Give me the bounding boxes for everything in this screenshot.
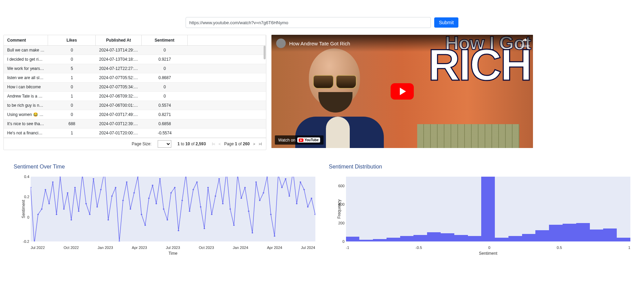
svg-point-75	[307, 206, 309, 208]
svg-point-59	[248, 211, 249, 212]
svg-point-8	[60, 177, 61, 177]
play-button[interactable]	[391, 83, 414, 100]
histogram-bar	[359, 240, 373, 241]
cell-published: 2024-07-07T05:34:03Z	[96, 83, 142, 91]
cell-likes: 0	[48, 83, 96, 91]
cell-published: 2024-07-03T17:49:40Z	[96, 110, 142, 119]
svg-point-26	[126, 181, 127, 183]
svg-point-3	[41, 208, 42, 210]
histogram-bar	[495, 238, 508, 241]
histogram-bar	[508, 236, 522, 241]
cell-likes: 688	[48, 119, 96, 128]
svg-point-64	[266, 177, 268, 177]
video-player[interactable]: How I Got RICH How Andrew Tate Got Rich	[271, 35, 533, 148]
cell-published: 2024-07-13T04:18:31Z	[96, 55, 142, 64]
chart-title: Sentiment Over Time	[14, 164, 315, 170]
cell-published: 2024-07-12T22:27:48Z	[96, 64, 142, 73]
page-size-label: Page Size:	[132, 142, 152, 146]
cell-sentiment: 0	[142, 46, 188, 55]
cell-published: 2024-07-03T12:39:41Z	[96, 119, 142, 128]
svg-point-52	[222, 203, 223, 204]
histogram-bar	[441, 233, 454, 241]
line-plot[interactable]	[31, 177, 315, 241]
cell-published: 2024-07-01T20:00:29Z	[96, 129, 142, 137]
svg-point-5	[48, 203, 50, 204]
table-row[interactable]: to be rich guy is not col...02024-07-06T…	[4, 101, 266, 110]
histogram-bar	[427, 232, 441, 241]
table-row[interactable]: listen we are all slaves n...12024-07-07…	[4, 73, 266, 83]
cell-comment: to be rich guy is not col...	[4, 101, 48, 110]
page-size-select[interactable]	[158, 140, 171, 148]
svg-point-66	[274, 235, 275, 237]
share-button[interactable]: Share	[520, 37, 530, 48]
svg-point-39	[174, 187, 175, 188]
next-page-button[interactable]: >	[253, 142, 255, 146]
table-row[interactable]: I decided to get rich rich...02024-07-13…	[4, 55, 266, 64]
svg-point-51	[218, 178, 220, 180]
svg-point-50	[215, 195, 216, 197]
channel-avatar[interactable]	[276, 39, 286, 48]
cell-sentiment: 0.8687	[142, 73, 188, 82]
prev-page-button[interactable]: <	[219, 142, 221, 146]
col-header-sentiment[interactable]: Sentiment	[142, 35, 188, 45]
chart-sentiment-over-time: Sentiment Over Time Sentiment 0.40.20-0.…	[14, 164, 315, 256]
table-row[interactable]: Andrew Tate is a Genius ...12024-07-06T0…	[4, 92, 266, 101]
svg-point-40	[178, 230, 179, 232]
svg-point-72	[296, 203, 297, 204]
cell-sentiment: 0	[142, 83, 188, 91]
table-row[interactable]: It's nice to see that he ta...6882024-07…	[4, 119, 266, 129]
svg-point-28	[133, 192, 135, 194]
histogram-bar	[413, 235, 427, 241]
svg-point-12	[74, 187, 76, 188]
histogram-bar	[535, 230, 549, 241]
cell-comment: It's nice to see that he ta...	[4, 119, 48, 128]
svg-point-6	[52, 181, 53, 183]
cell-likes: 1	[48, 129, 96, 137]
svg-point-76	[311, 198, 312, 199]
table-row[interactable]: Bull we can make more t...02024-07-13T14…	[4, 46, 266, 55]
col-header-published[interactable]: Published At	[96, 35, 142, 45]
histogram-bar	[468, 236, 482, 241]
svg-point-19	[100, 189, 101, 190]
svg-point-73	[300, 181, 301, 183]
histogram-bar	[481, 177, 495, 241]
grid-header: Comment Likes Published At Sentiment	[4, 35, 266, 46]
svg-point-7	[56, 214, 57, 215]
svg-point-25	[122, 200, 124, 201]
grid-body[interactable]: Bull we can make more t...02024-07-13T14…	[4, 46, 266, 138]
table-row[interactable]: We work for years to ear...52024-07-12T2…	[4, 64, 266, 73]
svg-point-0	[31, 187, 31, 188]
cell-comment: We work for years to ear...	[4, 64, 48, 73]
cell-published: 2024-07-06T09:32:30Z	[96, 92, 142, 101]
svg-point-17	[93, 178, 94, 180]
watch-on-youtube[interactable]: Watch on YouTube	[275, 135, 324, 145]
svg-point-9	[63, 208, 64, 210]
svg-point-43	[189, 211, 190, 212]
svg-point-46	[200, 206, 201, 208]
col-header-likes[interactable]: Likes	[48, 35, 96, 45]
video-url-input[interactable]	[186, 17, 431, 28]
svg-point-65	[270, 214, 271, 215]
first-page-button[interactable]: I<	[212, 142, 215, 146]
last-page-button[interactable]: >I	[259, 142, 262, 146]
svg-point-36	[163, 208, 164, 210]
svg-point-24	[119, 241, 120, 241]
cell-comment: How i can bëcome	[4, 83, 48, 91]
table-row[interactable]: How i can bëcome02024-07-07T05:34:03Z0	[4, 83, 266, 92]
table-row[interactable]: He's not a financial guru....12024-07-01…	[4, 129, 266, 138]
svg-point-4	[45, 189, 46, 190]
cell-likes: 0	[48, 55, 96, 64]
col-header-comment[interactable]: Comment	[4, 35, 48, 45]
submit-button[interactable]: Submit	[434, 17, 459, 28]
svg-point-44	[192, 189, 194, 190]
video-title[interactable]: How Andrew Tate Got Rich	[289, 41, 350, 46]
chart-sentiment-distribution: Sentiment Distribution Frequency 6004002…	[329, 164, 631, 256]
table-row[interactable]: Using women 😂 😂 😂 ...02024-07-03T17:49:4…	[4, 110, 266, 119]
histogram-bar	[590, 230, 603, 241]
histogram-bar	[346, 237, 360, 241]
histogram-bar	[617, 238, 630, 241]
cell-comment: Using women 😂 😂 😂 ...	[4, 110, 48, 119]
cell-sentiment: 0	[142, 64, 188, 73]
cell-likes: 0	[48, 101, 96, 110]
histogram-bars[interactable]	[346, 177, 631, 241]
